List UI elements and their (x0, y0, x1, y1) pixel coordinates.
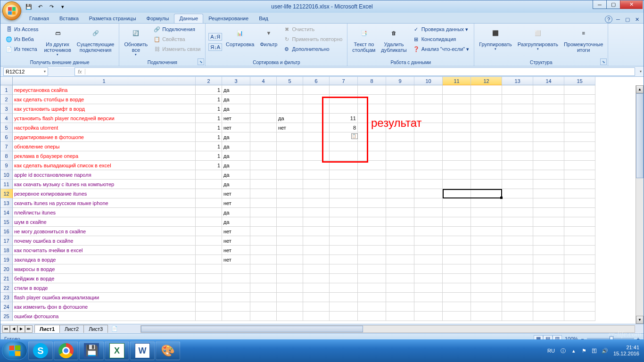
cell[interactable] (502, 161, 533, 170)
cell[interactable]: как сделать выпадающий список в excel (13, 161, 196, 170)
remove-duplicates-button[interactable]: 🗑Удалить дубликаты (379, 25, 408, 59)
cell[interactable] (471, 198, 502, 208)
row-header[interactable]: 7 (0, 142, 13, 151)
row-header[interactable]: 21 (0, 274, 13, 283)
cell[interactable] (303, 208, 330, 217)
sort-az-button[interactable]: А↓Я (208, 33, 222, 41)
cell[interactable]: не могу дозвониться в скайпе (13, 227, 196, 236)
cell[interactable] (414, 161, 443, 170)
row-header[interactable]: 8 (0, 151, 13, 161)
cell[interactable] (196, 217, 222, 227)
cell[interactable]: 8 (330, 123, 358, 132)
cell[interactable] (564, 123, 595, 132)
cell[interactable] (277, 161, 303, 170)
cell[interactable] (564, 302, 595, 312)
cell[interactable]: да (222, 85, 250, 95)
cell[interactable]: да (222, 104, 250, 114)
undo-icon[interactable]: ↶ (35, 2, 45, 11)
column-header[interactable]: 5 (277, 77, 303, 85)
row-header[interactable]: 18 (0, 246, 13, 255)
cell[interactable] (222, 302, 250, 312)
cell[interactable] (250, 123, 277, 132)
cell[interactable] (386, 132, 414, 142)
worksheet-grid[interactable]: 123456789101112131415 1переустановка ска… (0, 77, 644, 324)
cell[interactable] (277, 198, 303, 208)
cell[interactable]: шум в скайпе (13, 217, 196, 227)
cell[interactable] (471, 264, 502, 274)
cell[interactable]: как установить шрифт в ворд (13, 104, 196, 114)
cell[interactable] (303, 255, 330, 264)
cell[interactable]: да (222, 170, 250, 180)
cell[interactable] (358, 198, 386, 208)
cell[interactable] (564, 180, 595, 189)
new-sheet-icon[interactable]: 📄 (107, 326, 122, 332)
cell[interactable] (502, 170, 533, 180)
cell[interactable]: да (277, 114, 303, 123)
cell[interactable] (250, 312, 277, 321)
cell[interactable] (330, 104, 358, 114)
cell[interactable] (250, 104, 277, 114)
cell[interactable] (330, 142, 358, 151)
cell[interactable] (250, 161, 277, 170)
cell[interactable] (277, 236, 303, 246)
cell[interactable] (471, 114, 502, 123)
cell[interactable] (277, 312, 303, 321)
cell[interactable] (358, 312, 386, 321)
cell[interactable] (196, 293, 222, 302)
group-button[interactable]: ⬛Группировать▾ (477, 25, 514, 59)
cell[interactable]: как сделать столбцы в ворде (13, 95, 196, 104)
cell[interactable] (533, 104, 564, 114)
cell[interactable] (502, 151, 533, 161)
cell[interactable] (277, 208, 303, 217)
cell[interactable] (250, 246, 277, 255)
cell[interactable] (386, 264, 414, 274)
cell[interactable] (196, 208, 222, 217)
cell[interactable]: да (222, 151, 250, 161)
cell[interactable] (277, 274, 303, 283)
cell[interactable] (471, 227, 502, 236)
cell[interactable] (277, 170, 303, 180)
cell[interactable] (471, 189, 502, 198)
cell[interactable] (386, 227, 414, 236)
cell[interactable]: нет (222, 123, 250, 132)
cell[interactable] (414, 302, 443, 312)
tab-Разметка страницы[interactable]: Разметка страницы (84, 14, 141, 23)
cell[interactable] (386, 255, 414, 264)
cell[interactable] (386, 104, 414, 114)
cell[interactable] (471, 217, 502, 227)
from-other-button[interactable]: 🗃Из других источников▾ (42, 25, 73, 59)
cell[interactable] (386, 198, 414, 208)
row-header[interactable]: 4 (0, 114, 13, 123)
cell[interactable] (303, 189, 330, 198)
cell[interactable] (443, 114, 471, 123)
sheet-tab[interactable]: Лист1 (34, 325, 60, 333)
cell[interactable] (386, 312, 414, 321)
cell[interactable] (414, 198, 443, 208)
cell[interactable] (533, 208, 564, 217)
cell[interactable] (564, 293, 595, 302)
cell[interactable] (303, 274, 330, 283)
cell[interactable] (533, 151, 564, 161)
cell[interactable] (330, 246, 358, 255)
cell[interactable] (502, 208, 533, 217)
tray-up-icon[interactable]: ▴ (570, 347, 578, 354)
cell[interactable] (330, 293, 358, 302)
cell[interactable] (502, 302, 533, 312)
cell[interactable] (471, 151, 502, 161)
cell[interactable] (303, 170, 330, 180)
cell[interactable] (564, 312, 595, 321)
cell[interactable] (471, 95, 502, 104)
help-icon[interactable]: ? (605, 16, 612, 23)
cell[interactable] (443, 132, 471, 142)
cell[interactable] (533, 85, 564, 95)
min-ribbon-icon[interactable]: ─ (614, 16, 622, 23)
cell[interactable] (414, 132, 443, 142)
minimize-button[interactable]: ─ (593, 0, 607, 9)
row-header[interactable]: 3 (0, 104, 13, 114)
cell[interactable] (414, 236, 443, 246)
cell[interactable] (386, 246, 414, 255)
cell[interactable] (533, 283, 564, 293)
connections-button[interactable]: 🔗Подключения (151, 25, 202, 34)
cell[interactable] (196, 227, 222, 236)
cell[interactable] (303, 95, 330, 104)
